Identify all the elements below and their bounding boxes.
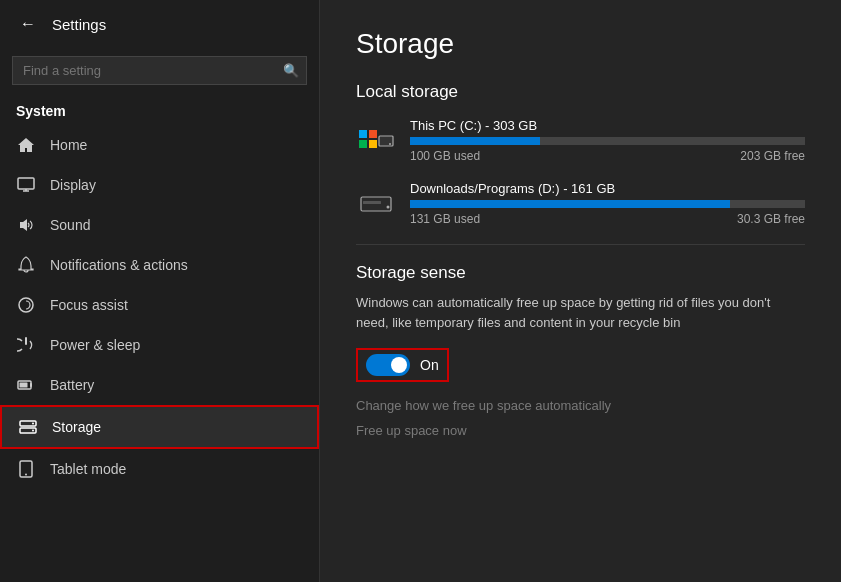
search-box: 🔍 (12, 56, 307, 85)
sidebar-item-sound[interactable]: Sound (0, 205, 319, 245)
sidebar-item-battery[interactable]: Battery (0, 365, 319, 405)
svg-point-1 (19, 298, 33, 312)
svg-rect-14 (379, 136, 393, 146)
main-content: Storage Local storage This PC (C:) - 303… (320, 0, 841, 582)
sidebar-item-notifications[interactable]: Notifications & actions (0, 245, 319, 285)
drive-d-stats: 131 GB used 30.3 GB free (410, 212, 805, 226)
focus-icon (16, 295, 36, 315)
display-icon (16, 175, 36, 195)
storage-sense-desc: Windows can automatically free up space … (356, 293, 805, 332)
storage-sense-toggle-row[interactable]: On (356, 348, 449, 382)
storage-sense-title: Storage sense (356, 263, 805, 283)
sidebar-item-tablet-label: Tablet mode (50, 461, 126, 477)
svg-rect-13 (369, 140, 377, 148)
sidebar-title: Settings (52, 16, 106, 33)
storage-sense-toggle[interactable] (366, 354, 410, 376)
search-icon: 🔍 (283, 63, 299, 78)
svg-point-9 (25, 474, 27, 476)
sidebar-item-storage-label: Storage (52, 419, 101, 435)
home-icon (16, 135, 36, 155)
sidebar-item-sound-label: Sound (50, 217, 90, 233)
sidebar-item-home[interactable]: Home (0, 125, 319, 165)
svg-point-17 (387, 205, 390, 208)
svg-rect-18 (363, 201, 381, 204)
svg-rect-10 (359, 130, 367, 138)
system-section-label: System (0, 93, 319, 125)
drive-c-info: This PC (C:) - 303 GB 100 GB used 203 GB… (410, 118, 805, 163)
drive-d-name: Downloads/Programs (D:) - 161 GB (410, 181, 805, 196)
drive-c-item: This PC (C:) - 303 GB 100 GB used 203 GB… (356, 118, 805, 163)
sidebar-header: ← Settings (0, 0, 319, 48)
sidebar-item-battery-label: Battery (50, 377, 94, 393)
sidebar-item-focus-label: Focus assist (50, 297, 128, 313)
toggle-label: On (420, 357, 439, 373)
power-icon (16, 335, 36, 355)
sidebar-item-power[interactable]: Power & sleep (0, 325, 319, 365)
svg-rect-0 (18, 178, 34, 189)
svg-rect-3 (20, 383, 28, 388)
drive-d-icon (356, 184, 396, 224)
svg-rect-11 (369, 130, 377, 138)
sound-icon (16, 215, 36, 235)
tablet-icon (16, 459, 36, 479)
sidebar-item-display[interactable]: Display (0, 165, 319, 205)
drive-c-used: 100 GB used (410, 149, 480, 163)
drive-c-free: 203 GB free (740, 149, 805, 163)
drive-d-used: 131 GB used (410, 212, 480, 226)
notifications-icon (16, 255, 36, 275)
local-storage-title: Local storage (356, 82, 805, 102)
sidebar-item-storage[interactable]: Storage (0, 405, 319, 449)
drive-c-name: This PC (C:) - 303 GB (410, 118, 805, 133)
storage-icon (18, 417, 38, 437)
page-title: Storage (356, 28, 805, 60)
svg-point-15 (389, 143, 391, 145)
sidebar-item-power-label: Power & sleep (50, 337, 140, 353)
drive-d-fill (410, 200, 730, 208)
sidebar-item-home-label: Home (50, 137, 87, 153)
toggle-knob (391, 357, 407, 373)
search-input[interactable] (12, 56, 307, 85)
sidebar-item-tablet[interactable]: Tablet mode (0, 449, 319, 489)
sidebar-item-focus[interactable]: Focus assist (0, 285, 319, 325)
svg-point-6 (32, 423, 34, 425)
change-space-link[interactable]: Change how we free up space automaticall… (356, 398, 805, 413)
drive-c-icon (356, 121, 396, 161)
battery-icon (16, 375, 36, 395)
sidebar-item-notifications-label: Notifications & actions (50, 257, 188, 273)
free-up-space-link[interactable]: Free up space now (356, 423, 805, 438)
drive-d-free: 30.3 GB free (737, 212, 805, 226)
sidebar-item-display-label: Display (50, 177, 96, 193)
drive-c-stats: 100 GB used 203 GB free (410, 149, 805, 163)
svg-rect-12 (359, 140, 367, 148)
section-divider (356, 244, 805, 245)
sidebar: ← Settings 🔍 System Home Display (0, 0, 320, 582)
drive-c-bar (410, 137, 805, 145)
svg-point-7 (32, 430, 34, 432)
drive-d-info: Downloads/Programs (D:) - 161 GB 131 GB … (410, 181, 805, 226)
drive-c-fill (410, 137, 540, 145)
back-button[interactable]: ← (16, 11, 40, 37)
drive-d-bar (410, 200, 805, 208)
drive-d-item: Downloads/Programs (D:) - 161 GB 131 GB … (356, 181, 805, 226)
